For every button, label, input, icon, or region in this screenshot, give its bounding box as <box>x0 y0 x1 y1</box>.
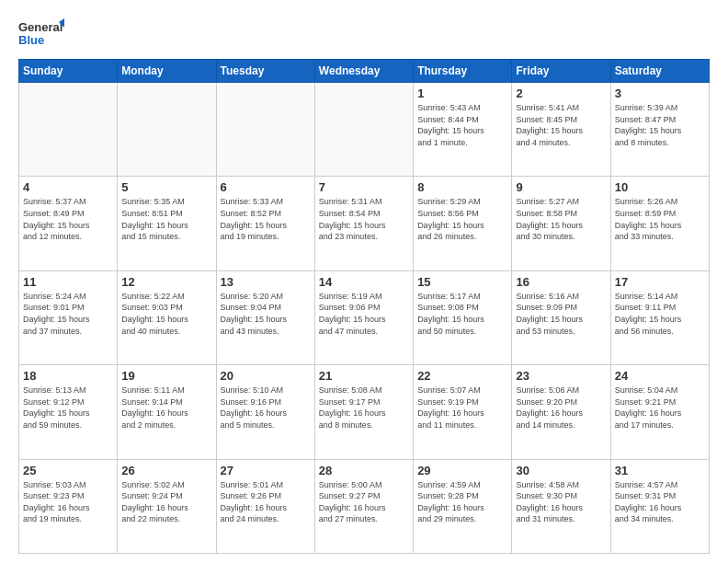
day-cell <box>118 83 216 177</box>
day-cell: 13Sunrise: 5:20 AM Sunset: 9:04 PM Dayli… <box>216 270 314 364</box>
day-number: 23 <box>516 369 606 383</box>
day-info: Sunrise: 5:10 AM Sunset: 9:16 PM Dayligh… <box>221 385 311 431</box>
day-number: 20 <box>221 369 311 383</box>
col-header-wednesday: Wednesday <box>314 60 413 83</box>
day-number: 13 <box>221 275 311 289</box>
day-number: 31 <box>615 464 705 477</box>
week-row-3: 18Sunrise: 5:13 AM Sunset: 9:12 PM Dayli… <box>19 365 710 459</box>
day-cell: 9Sunrise: 5:27 AM Sunset: 8:58 PM Daylig… <box>512 177 610 270</box>
day-info: Sunrise: 5:29 AM Sunset: 8:56 PM Dayligh… <box>417 196 507 242</box>
day-info: Sunrise: 5:08 AM Sunset: 9:17 PM Dayligh… <box>319 385 409 431</box>
day-number: 8 <box>417 180 507 194</box>
day-number: 28 <box>319 464 409 477</box>
col-header-saturday: Saturday <box>610 60 709 83</box>
day-number: 10 <box>615 180 705 194</box>
day-number: 2 <box>516 86 606 100</box>
day-cell: 28Sunrise: 5:00 AM Sunset: 9:27 PM Dayli… <box>314 459 413 553</box>
day-number: 25 <box>23 464 113 477</box>
day-info: Sunrise: 5:03 AM Sunset: 9:23 PM Dayligh… <box>23 479 113 525</box>
day-number: 14 <box>319 275 409 289</box>
day-number: 19 <box>121 369 211 383</box>
day-number: 24 <box>615 369 705 383</box>
day-number: 3 <box>615 86 705 100</box>
day-number: 27 <box>221 464 311 477</box>
day-cell: 5Sunrise: 5:35 AM Sunset: 8:51 PM Daylig… <box>118 177 216 270</box>
day-info: Sunrise: 5:07 AM Sunset: 9:19 PM Dayligh… <box>417 385 507 431</box>
day-cell <box>216 83 314 177</box>
svg-text:General: General <box>18 20 63 34</box>
day-cell: 3Sunrise: 5:39 AM Sunset: 8:47 PM Daylig… <box>610 83 709 177</box>
day-cell: 23Sunrise: 5:06 AM Sunset: 9:20 PM Dayli… <box>512 365 610 459</box>
week-row-1: 4Sunrise: 5:37 AM Sunset: 8:49 PM Daylig… <box>19 177 710 270</box>
day-info: Sunrise: 5:22 AM Sunset: 9:03 PM Dayligh… <box>121 291 211 337</box>
day-number: 26 <box>121 464 211 477</box>
day-cell: 11Sunrise: 5:24 AM Sunset: 9:01 PM Dayli… <box>19 270 118 364</box>
day-cell: 7Sunrise: 5:31 AM Sunset: 8:54 PM Daylig… <box>314 177 413 270</box>
day-number: 17 <box>615 275 705 289</box>
day-info: Sunrise: 5:17 AM Sunset: 9:08 PM Dayligh… <box>417 291 507 337</box>
day-info: Sunrise: 5:20 AM Sunset: 9:04 PM Dayligh… <box>221 291 311 337</box>
day-cell: 22Sunrise: 5:07 AM Sunset: 9:19 PM Dayli… <box>414 365 512 459</box>
week-row-2: 11Sunrise: 5:24 AM Sunset: 9:01 PM Dayli… <box>19 270 710 364</box>
day-info: Sunrise: 5:35 AM Sunset: 8:51 PM Dayligh… <box>121 196 211 242</box>
day-info: Sunrise: 5:43 AM Sunset: 8:44 PM Dayligh… <box>417 102 507 148</box>
day-number: 29 <box>417 464 507 477</box>
day-info: Sunrise: 5:24 AM Sunset: 9:01 PM Dayligh… <box>23 291 113 337</box>
day-cell: 20Sunrise: 5:10 AM Sunset: 9:16 PM Dayli… <box>216 365 314 459</box>
day-cell: 26Sunrise: 5:02 AM Sunset: 9:24 PM Dayli… <box>118 459 216 553</box>
day-number: 22 <box>417 369 507 383</box>
day-info: Sunrise: 5:37 AM Sunset: 8:49 PM Dayligh… <box>23 196 113 242</box>
day-cell: 19Sunrise: 5:11 AM Sunset: 9:14 PM Dayli… <box>118 365 216 459</box>
day-info: Sunrise: 5:19 AM Sunset: 9:06 PM Dayligh… <box>319 291 409 337</box>
day-cell: 1Sunrise: 5:43 AM Sunset: 8:44 PM Daylig… <box>414 83 512 177</box>
day-cell: 10Sunrise: 5:26 AM Sunset: 8:59 PM Dayli… <box>610 177 709 270</box>
day-cell: 2Sunrise: 5:41 AM Sunset: 8:45 PM Daylig… <box>512 83 610 177</box>
day-cell <box>314 83 413 177</box>
calendar-header-row: SundayMondayTuesdayWednesdayThursdayFrid… <box>19 60 710 83</box>
svg-text:Blue: Blue <box>18 33 44 47</box>
week-row-0: 1Sunrise: 5:43 AM Sunset: 8:44 PM Daylig… <box>19 83 710 177</box>
day-number: 7 <box>319 180 409 194</box>
day-info: Sunrise: 5:02 AM Sunset: 9:24 PM Dayligh… <box>121 479 211 525</box>
day-number: 1 <box>417 86 507 100</box>
day-number: 6 <box>221 180 311 194</box>
day-info: Sunrise: 5:06 AM Sunset: 9:20 PM Dayligh… <box>516 385 606 431</box>
day-cell: 14Sunrise: 5:19 AM Sunset: 9:06 PM Dayli… <box>314 270 413 364</box>
day-number: 30 <box>516 464 606 477</box>
day-cell: 25Sunrise: 5:03 AM Sunset: 9:23 PM Dayli… <box>19 459 118 553</box>
day-info: Sunrise: 5:33 AM Sunset: 8:52 PM Dayligh… <box>221 196 311 242</box>
day-info: Sunrise: 5:31 AM Sunset: 8:54 PM Dayligh… <box>319 196 409 242</box>
day-cell: 8Sunrise: 5:29 AM Sunset: 8:56 PM Daylig… <box>414 177 512 270</box>
day-cell: 30Sunrise: 4:58 AM Sunset: 9:30 PM Dayli… <box>512 459 610 553</box>
day-info: Sunrise: 5:13 AM Sunset: 9:12 PM Dayligh… <box>23 385 113 431</box>
logo: General Blue <box>18 17 64 52</box>
day-info: Sunrise: 5:26 AM Sunset: 8:59 PM Dayligh… <box>615 196 705 242</box>
day-cell: 12Sunrise: 5:22 AM Sunset: 9:03 PM Dayli… <box>118 270 216 364</box>
day-cell: 4Sunrise: 5:37 AM Sunset: 8:49 PM Daylig… <box>19 177 118 270</box>
week-row-4: 25Sunrise: 5:03 AM Sunset: 9:23 PM Dayli… <box>19 459 710 553</box>
col-header-tuesday: Tuesday <box>216 60 314 83</box>
day-cell: 21Sunrise: 5:08 AM Sunset: 9:17 PM Dayli… <box>314 365 413 459</box>
day-number: 21 <box>319 369 409 383</box>
day-info: Sunrise: 5:04 AM Sunset: 9:21 PM Dayligh… <box>615 385 705 431</box>
day-cell <box>19 83 118 177</box>
day-number: 18 <box>23 369 113 383</box>
col-header-friday: Friday <box>512 60 610 83</box>
day-info: Sunrise: 4:59 AM Sunset: 9:28 PM Dayligh… <box>417 479 507 525</box>
day-number: 16 <box>516 275 606 289</box>
day-number: 15 <box>417 275 507 289</box>
day-cell: 6Sunrise: 5:33 AM Sunset: 8:52 PM Daylig… <box>216 177 314 270</box>
day-number: 11 <box>23 275 113 289</box>
day-info: Sunrise: 5:41 AM Sunset: 8:45 PM Dayligh… <box>516 102 606 148</box>
day-info: Sunrise: 5:11 AM Sunset: 9:14 PM Dayligh… <box>121 385 211 431</box>
logo-svg: General Blue <box>18 17 64 52</box>
day-cell: 27Sunrise: 5:01 AM Sunset: 9:26 PM Dayli… <box>216 459 314 553</box>
day-cell: 17Sunrise: 5:14 AM Sunset: 9:11 PM Dayli… <box>610 270 709 364</box>
calendar-table: SundayMondayTuesdayWednesdayThursdayFrid… <box>18 59 710 554</box>
day-number: 5 <box>121 180 211 194</box>
day-info: Sunrise: 5:39 AM Sunset: 8:47 PM Dayligh… <box>615 102 705 148</box>
col-header-sunday: Sunday <box>19 60 118 83</box>
day-number: 4 <box>23 180 113 194</box>
day-info: Sunrise: 4:57 AM Sunset: 9:31 PM Dayligh… <box>615 479 705 525</box>
day-info: Sunrise: 5:27 AM Sunset: 8:58 PM Dayligh… <box>516 196 606 242</box>
